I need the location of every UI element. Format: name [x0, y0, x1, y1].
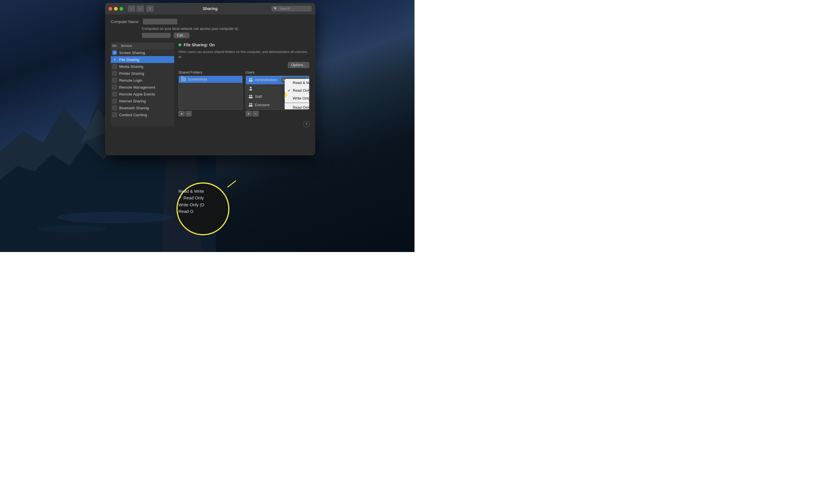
status-dot	[178, 43, 181, 46]
edit-button[interactable]: Edit...	[174, 33, 189, 38]
dropdown-divider	[285, 103, 310, 103]
computer-name-value[interactable]	[143, 19, 177, 25]
folder-icon	[181, 77, 186, 81]
grid-button[interactable]: ⠿	[146, 5, 154, 12]
forward-button[interactable]: ›	[137, 5, 144, 12]
search-input[interactable]	[279, 7, 310, 11]
computer-name-label: Computer Name:	[111, 20, 139, 24]
svg-point-7	[37, 226, 107, 232]
administrators-name: Administrators	[255, 78, 280, 82]
services-header-service: Service	[121, 44, 132, 47]
user-icon	[248, 86, 253, 91]
service-item-content-caching[interactable]: Content Caching	[111, 111, 174, 118]
service-item-remote-management[interactable]: Remote Management	[111, 84, 174, 91]
permission-dropdown: Read & Write Read Only Write Only (Drop …	[285, 79, 310, 110]
file-sharing-title: File Sharing: On	[184, 43, 215, 47]
printer-sharing-checkbox[interactable]	[112, 71, 117, 76]
svg-point-17	[250, 96, 253, 99]
dropdown-write-only[interactable]: Write Only (Drop Box)	[285, 94, 310, 102]
media-sharing-label: Media Sharing	[119, 65, 143, 69]
remove-folder-button[interactable]: −	[185, 111, 192, 117]
service-item-remote-apple-events[interactable]: Remote Apple Events	[111, 91, 174, 98]
everyone-name: Everyone	[255, 103, 282, 107]
services-header-on: On	[112, 44, 121, 47]
shared-folders-label: Shared Folders:	[178, 71, 243, 75]
add-user-button[interactable]: +	[246, 111, 252, 117]
services-header: On Service	[111, 43, 174, 49]
service-item-printer-sharing[interactable]: Printer Sharing	[111, 70, 174, 77]
search-box[interactable]: 🔍	[272, 6, 312, 11]
service-item-remote-login[interactable]: Remote Login	[111, 77, 174, 84]
service-item-bluetooth-sharing[interactable]: Bluetooth Sharing	[111, 105, 174, 111]
users-buttons: + −	[246, 111, 310, 117]
add-folder-button[interactable]: +	[178, 111, 185, 117]
bluetooth-sharing-label: Bluetooth Sharing	[119, 106, 149, 110]
content-caching-checkbox[interactable]	[112, 113, 117, 117]
options-button[interactable]: Options...	[288, 62, 310, 68]
everyone-icon	[248, 103, 253, 108]
administrators-user-row[interactable]: Administrators Read & Write ⌄	[246, 76, 310, 84]
titlebar: ‹ › ⠿ Sharing 🔍	[105, 3, 315, 14]
maximize-button[interactable]	[119, 7, 123, 11]
shared-folders-list: Screenshots	[178, 76, 243, 110]
remove-user-button[interactable]: −	[252, 111, 259, 117]
remote-login-label: Remote Login	[119, 78, 143, 83]
remote-login-checkbox[interactable]	[112, 78, 117, 83]
file-sharing-checkbox[interactable]	[112, 57, 117, 62]
dropdown-read-write[interactable]: Read & Write	[285, 79, 310, 87]
right-panel: File Sharing: On Other users can access …	[174, 43, 310, 126]
file-sharing-header: File Sharing: On	[178, 43, 310, 47]
service-item-file-sharing[interactable]: File Sharing	[111, 56, 174, 63]
computer-name-row: Computer Name:	[111, 19, 310, 25]
users-label: Users:	[246, 71, 310, 75]
users-list: Administrators Read & Write ⌄	[246, 76, 310, 110]
remote-apple-events-checkbox[interactable]	[112, 92, 117, 96]
network-address	[142, 33, 171, 38]
bottom-row: ?	[178, 119, 310, 127]
main-content: On Service Screen Sharing File Sharing M…	[111, 43, 310, 126]
services-panel: On Service Screen Sharing File Sharing M…	[111, 43, 174, 126]
help-button[interactable]: ?	[303, 121, 310, 127]
nav-buttons: ‹ ›	[128, 5, 144, 12]
minimize-button[interactable]	[114, 7, 118, 11]
screenshots-folder-item[interactable]: Screenshots	[179, 76, 242, 83]
window-body: Computer Name: Computers on your local n…	[105, 14, 315, 130]
service-item-internet-sharing[interactable]: Internet Sharing	[111, 98, 174, 105]
bluetooth-sharing-checkbox[interactable]	[112, 106, 117, 110]
staff-group-icon	[248, 94, 253, 99]
printer-sharing-label: Printer Sharing	[119, 71, 144, 76]
network-access-text: Computers on your local network can acce…	[142, 27, 310, 31]
shared-folders-buttons: + −	[178, 111, 243, 117]
remote-apple-events-label: Remote Apple Events	[119, 92, 155, 96]
search-icon: 🔍	[274, 7, 278, 11]
internet-sharing-label: Internet Sharing	[119, 99, 146, 103]
traffic-lights	[109, 7, 123, 11]
svg-point-19	[251, 103, 252, 105]
shared-folders-section: Shared Folders: Screenshots + −	[178, 71, 243, 117]
file-sharing-label: File Sharing	[119, 57, 139, 62]
svg-point-12	[250, 87, 252, 88]
screen-sharing-checkbox[interactable]	[112, 50, 117, 55]
group-icon	[248, 77, 253, 83]
svg-point-15	[251, 95, 252, 96]
service-item-media-sharing[interactable]: Media Sharing	[111, 63, 174, 70]
remote-management-label: Remote Management	[119, 85, 155, 89]
internet-sharing-checkbox[interactable]	[112, 99, 117, 103]
close-button[interactable]	[109, 7, 112, 11]
network-access-row: Edit...	[142, 33, 310, 38]
svg-point-11	[250, 80, 253, 82]
dropdown-read-only[interactable]: Read Only	[285, 87, 310, 94]
svg-point-8	[249, 78, 250, 80]
back-button[interactable]: ‹	[128, 5, 135, 12]
sharing-window: ‹ › ⠿ Sharing 🔍 Computer Name: Computers…	[105, 3, 315, 155]
svg-point-18	[249, 103, 250, 105]
svg-point-9	[251, 78, 252, 80]
service-item-screen-sharing[interactable]: Screen Sharing	[111, 49, 174, 56]
remote-management-checkbox[interactable]	[112, 85, 117, 89]
svg-point-6	[58, 212, 173, 223]
dropdown-read-only-2[interactable]: Read Only	[285, 104, 310, 110]
media-sharing-checkbox[interactable]	[112, 64, 117, 69]
window-title: Sharing	[203, 6, 218, 11]
svg-point-21	[250, 105, 253, 107]
users-section: Users: Administrators Read & Wri	[246, 71, 310, 117]
